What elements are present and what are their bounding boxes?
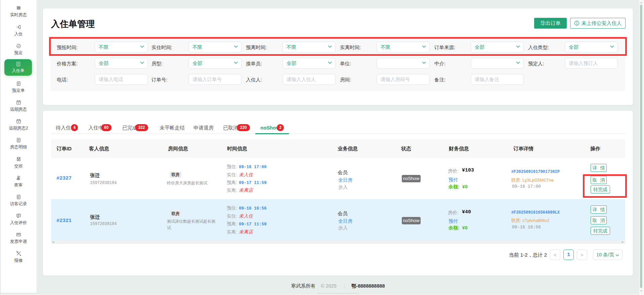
svg-text:8: 8: [18, 121, 19, 123]
svg-text:8: 8: [18, 102, 19, 104]
